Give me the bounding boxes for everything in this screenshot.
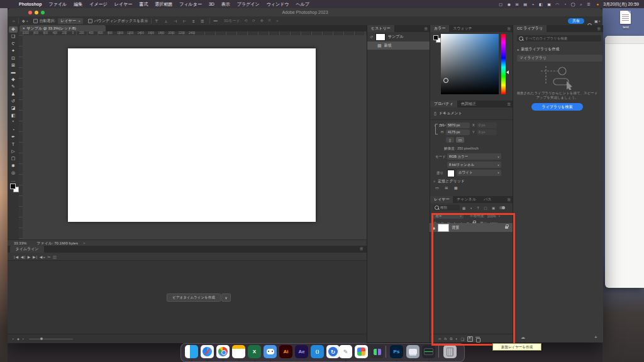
layer-style-fx-icon[interactable]: fx bbox=[444, 337, 447, 341]
document-canvas[interactable] bbox=[68, 48, 316, 222]
menu-file[interactable]: ファイル bbox=[49, 1, 67, 8]
dock-chrome-icon[interactable] bbox=[216, 345, 230, 358]
timeline-menu-icon[interactable]: ☰ bbox=[360, 246, 363, 251]
layer-filter-type[interactable]: 種類 bbox=[440, 206, 447, 210]
timeline-tab[interactable]: タイムライン bbox=[10, 246, 44, 253]
menu-window[interactable]: ウィンドウ bbox=[267, 1, 289, 8]
menu-select[interactable]: 選択範囲 bbox=[155, 1, 172, 8]
ruler-grid-buttons[interactable]: ▭ ⊞ ▦ bbox=[435, 185, 460, 190]
document-tab[interactable]: × サンプル @ 33.3%(レッド/8) bbox=[19, 25, 106, 31]
cloud-sync-icon[interactable]: ☁ bbox=[521, 335, 525, 340]
menu-filter[interactable]: フィルター bbox=[179, 1, 202, 8]
dock-excel-icon[interactable]: X bbox=[248, 345, 261, 358]
dock-illustrator-icon[interactable]: Ai bbox=[279, 345, 292, 358]
landscape-orientation-button[interactable]: ▭ bbox=[456, 137, 464, 143]
panel-menu-icon[interactable]: ☰ bbox=[508, 26, 511, 31]
my-library-item[interactable]: マイライブラリ bbox=[517, 55, 602, 62]
bit-depth-dropdown[interactable]: 8 bit/チャンネル∨ bbox=[447, 162, 501, 168]
filter-toggle-switch[interactable] bbox=[499, 206, 505, 209]
panel-menu-icon[interactable]: ☰ bbox=[597, 26, 601, 31]
zoom-level[interactable]: 33.33% bbox=[14, 241, 26, 245]
add-library-item-icon[interactable]: + bbox=[594, 334, 597, 340]
dock-photoshop-icon[interactable]: Ps bbox=[390, 345, 403, 358]
x-field[interactable]: 0 px bbox=[477, 123, 497, 128]
delete-layer-icon[interactable] bbox=[476, 337, 480, 341]
link-dimensions-icon[interactable] bbox=[435, 124, 438, 134]
canvas-fill-dropdown[interactable]: ホワイト∨ bbox=[457, 170, 501, 176]
dock-safari-icon[interactable] bbox=[201, 345, 214, 358]
color-panel-foreground-swatch[interactable] bbox=[433, 35, 438, 40]
home-icon[interactable]: ⌂ bbox=[13, 19, 15, 23]
dock-tiles-app-icon[interactable] bbox=[370, 345, 384, 358]
dock-trash-icon[interactable] bbox=[443, 345, 457, 358]
color-mode-dropdown[interactable]: RGB カラー∨ bbox=[447, 153, 501, 160]
panel-menu-icon[interactable]: ☰ bbox=[508, 197, 511, 202]
add-mask-icon[interactable]: ◘ bbox=[450, 337, 453, 341]
color-picker-cursor[interactable] bbox=[443, 78, 448, 83]
tab-properties[interactable]: プロパティ bbox=[430, 101, 457, 107]
height-field[interactable]: 4175 px bbox=[446, 129, 470, 135]
dock-vscode-icon[interactable]: ⟨⟩ bbox=[311, 345, 324, 358]
canvas-fill-swatch[interactable] bbox=[447, 170, 455, 177]
layer-visibility-eye-icon[interactable]: ◉ bbox=[432, 226, 435, 230]
dock-after-effects-icon[interactable]: Ae bbox=[295, 345, 308, 358]
menu-layer[interactable]: レイヤー bbox=[114, 1, 133, 8]
auto-select-dropdown[interactable]: レイヤー ∨ bbox=[58, 18, 82, 24]
tab-color[interactable]: カラー bbox=[430, 25, 449, 32]
panel-menu-icon[interactable]: ☰ bbox=[508, 102, 511, 106]
new-group-icon[interactable]: ❏ bbox=[461, 337, 464, 341]
menu-help[interactable]: ヘルプ bbox=[296, 1, 309, 8]
share-button[interactable]: 共有 bbox=[568, 18, 584, 24]
create-library-link[interactable]: + 新規ライブラリを作成 bbox=[517, 47, 559, 52]
adjustment-layer-icon[interactable]: ◐ bbox=[455, 337, 458, 341]
dock-monitor-app-icon[interactable] bbox=[422, 345, 435, 358]
tab-cc-libraries[interactable]: CC ライブラリ bbox=[513, 25, 547, 32]
window-titlebar[interactable]: Adobe Photoshop 2023 bbox=[8, 8, 602, 17]
timeline-mode-dropdown[interactable]: ∨ bbox=[221, 293, 231, 302]
panel-menu-icon[interactable]: ☰ bbox=[425, 26, 428, 31]
layer-row-background[interactable]: ◉ 背景 bbox=[430, 223, 513, 232]
create-video-timeline-button[interactable]: ビデオタイムラインを作成 bbox=[167, 293, 221, 302]
collapse-icon[interactable]: ∨ bbox=[433, 180, 435, 183]
dock-sync-app-icon[interactable]: ↻ bbox=[326, 345, 340, 358]
status-chevron-icon[interactable]: > bbox=[83, 241, 86, 245]
more-options-icon[interactable]: ••• bbox=[213, 19, 217, 23]
workspace-switcher[interactable]: ▣ ∨ bbox=[594, 18, 602, 24]
dock-textedit-icon[interactable]: ✎ bbox=[339, 345, 352, 358]
tab-swatches[interactable]: スウォッチ bbox=[449, 25, 476, 32]
search-libraries-button[interactable]: ライブラリを検索 bbox=[531, 103, 583, 111]
portrait-orientation-button[interactable]: ▯ bbox=[446, 137, 454, 143]
history-state-row[interactable]: ▤ 新規 bbox=[367, 41, 430, 50]
menu-view[interactable]: 表示 bbox=[221, 1, 230, 8]
dock-notes-icon[interactable] bbox=[232, 345, 245, 358]
blend-mode-dropdown[interactable]: 通常∨ bbox=[433, 213, 464, 219]
tab-paths[interactable]: パス bbox=[480, 196, 495, 203]
menu-3d[interactable]: 3D bbox=[209, 2, 214, 6]
layer-name[interactable]: 背景 bbox=[452, 225, 459, 231]
saturation-brightness-field[interactable] bbox=[441, 34, 499, 94]
menu-type[interactable]: 書式 bbox=[139, 1, 148, 8]
auto-select-checkbox[interactable] bbox=[33, 19, 38, 23]
history-snapshot-row[interactable]: ↺ サンプル bbox=[367, 32, 430, 41]
background-window-titlebar[interactable] bbox=[605, 36, 644, 44]
layer-thumbnail[interactable] bbox=[438, 224, 449, 232]
slider-knob[interactable] bbox=[40, 337, 43, 340]
tab-layers[interactable]: レイヤー bbox=[430, 196, 453, 203]
link-layers-icon[interactable]: ∞ bbox=[438, 337, 441, 341]
dock-screens-app-icon[interactable] bbox=[406, 345, 419, 358]
tool-buttons[interactable]: ✥ ❏ Ϛ ✦ ⊡ ⊠ ▬ ✚ ✎ ♟ ↺ ◪ ◧ ❜ ◔ ✒ T ▷ ▢ ✱ … bbox=[8, 26, 19, 184]
layer-filter-buttons[interactable]: ▦ ◐ T ▢ ▣ bbox=[462, 206, 497, 210]
menubar-clock[interactable]: 3月20日(月) 20:59 bbox=[603, 1, 639, 8]
libraries-search-input[interactable]: すべてのライブラリを検索 bbox=[517, 35, 601, 41]
history-brush-source-icon[interactable]: ↺ bbox=[370, 35, 373, 39]
foreground-color-swatch[interactable] bbox=[10, 184, 16, 189]
frame-rate-icons[interactable]: ▪ ⬥ ▪ bbox=[13, 337, 25, 341]
tab-adjustments[interactable]: 色調補正 bbox=[457, 101, 480, 107]
tab-history[interactable]: ヒストリー bbox=[367, 25, 394, 32]
desktop-file-icon[interactable] bbox=[620, 11, 631, 24]
app-menu-photoshop[interactable]: Photoshop bbox=[19, 2, 42, 6]
timeline-zoom-slider[interactable] bbox=[29, 339, 73, 339]
dock-finder-icon[interactable] bbox=[185, 345, 198, 358]
background-window[interactable] bbox=[605, 36, 644, 288]
tab-channels[interactable]: チャンネル bbox=[453, 196, 480, 203]
